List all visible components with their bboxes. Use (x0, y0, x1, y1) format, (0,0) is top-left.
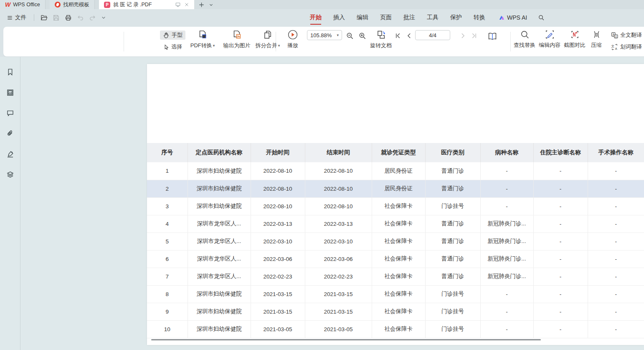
word-translate-button[interactable]: 文A 划词翻译 ▾ (608, 42, 644, 51)
last-page-button[interactable] (470, 31, 479, 40)
col-header-disease-name: 病种名称 (480, 143, 533, 162)
edit-content-button[interactable]: 编辑内容 (538, 29, 561, 49)
table-cell: - (480, 285, 533, 303)
zoom-level-select[interactable]: 105.88% ▾ (307, 30, 342, 40)
attachments-panel-icon[interactable] (5, 128, 15, 139)
table-cell: 2 (147, 180, 188, 197)
zoom-in-button[interactable] (357, 31, 367, 41)
table-cell: - (588, 303, 644, 320)
full-text-translate-button[interactable]: A文 全文翻译 (608, 31, 644, 40)
menu-tab-convert[interactable]: 转换 (471, 12, 488, 23)
tab-wps-office[interactable]: W WPS Office (0, 0, 46, 9)
tab-list-chevron-icon[interactable] (209, 3, 213, 7)
full-text-translate-icon: A文 (611, 32, 618, 39)
table-cell: 2022-03-13 (305, 215, 372, 232)
col-header-end-time: 结束时间 (305, 143, 372, 162)
select-tool-button[interactable]: 选择 (160, 42, 185, 51)
table-cell: 2022-02-23 (305, 268, 372, 285)
screenshot-compare-button[interactable]: 截图对比 (563, 29, 586, 49)
open-file-icon[interactable] (39, 13, 49, 23)
split-merge-button[interactable]: 拆分合并▾ (251, 29, 284, 49)
compress-icon (591, 29, 602, 40)
col-header-index: 序号 (147, 143, 188, 162)
table-cell: 居民身份证 (372, 162, 425, 180)
table-cell: 2021-03-05 (305, 320, 372, 338)
bookmarks-panel-icon[interactable] (5, 67, 15, 77)
compress-button[interactable]: 压缩 (587, 29, 606, 49)
rotate-document-label: 旋转文档 (370, 42, 392, 49)
read-mode-book-icon[interactable] (486, 30, 499, 43)
comments-panel-icon[interactable] (5, 108, 15, 118)
tab-docer-templates[interactable]: 找稻壳模板 (50, 0, 95, 9)
edit-content-icon (545, 29, 555, 40)
hand-icon (163, 32, 170, 38)
table-row: 3深圳市妇幼保健院2022-08-102022-08-10社会保障卡门诊挂号--… (147, 197, 644, 215)
menu-tab-edit[interactable]: 编辑 (354, 12, 371, 23)
file-menu-button[interactable]: 文件 (4, 13, 29, 23)
save-icon[interactable] (51, 13, 61, 23)
find-replace-button[interactable]: 查找替换 (513, 29, 536, 49)
horizontal-scrollbar-thumb[interactable] (151, 339, 541, 340)
layers-panel-icon[interactable] (5, 169, 15, 180)
next-page-button[interactable] (459, 31, 467, 40)
table-row: 5深圳市龙华区人...2022-03-102022-03-10社会保障卡普通门诊… (147, 232, 644, 250)
previous-page-button[interactable] (405, 31, 413, 40)
undo-icon[interactable] (76, 13, 85, 23)
menu-tab-protect[interactable]: 保护 (447, 12, 465, 23)
table-row: 1深圳市妇幼保健院2022-08-102022-08-10居民身份证普通门诊--… (147, 162, 644, 180)
ribbon-toolbar: 手型 选择 W PDF转换▾ 输出为图片 拆分合并▾ 播放 105.88% ▾ … (3, 27, 644, 56)
tab-medical-record-pdf[interactable]: P 就 医 记 录 .PDF (99, 0, 194, 9)
zoom-out-button[interactable] (345, 31, 355, 41)
more-actions-chevron-icon[interactable] (100, 14, 107, 21)
hand-tool-button[interactable]: 手型 (160, 31, 185, 40)
table-cell: 2022-03-10 (305, 232, 372, 250)
menu-bar: 文件 开始 插入 编辑 页面 批注 工具 保护 转换 WPS AI (0, 9, 644, 26)
table-cell: 深圳市妇幼保健院 (188, 197, 251, 215)
menu-tab-comment[interactable]: 批注 (401, 12, 418, 23)
menu-tab-tools[interactable]: 工具 (424, 12, 441, 23)
table-cell: - (588, 232, 644, 250)
cursor-icon (163, 44, 169, 50)
divider (34, 14, 34, 21)
table-cell: 社会保障卡 (372, 232, 425, 250)
close-tab-icon[interactable] (184, 2, 189, 7)
first-page-button[interactable] (393, 31, 402, 40)
table-cell: 2021-03-15 (305, 303, 372, 320)
table-cell: - (588, 197, 644, 215)
table-cell: - (533, 215, 588, 232)
wps-ai-button[interactable]: WPS AI (498, 14, 527, 21)
menu-tab-home[interactable]: 开始 (307, 12, 325, 23)
table-cell: 社会保障卡 (372, 215, 425, 232)
print-icon[interactable] (63, 13, 73, 23)
menu-tab-page[interactable]: 页面 (377, 12, 395, 23)
page-number-input[interactable] (415, 30, 450, 40)
table-cell: 2022-08-10 (305, 197, 372, 215)
find-replace-icon (520, 29, 530, 40)
monitor-icon[interactable] (175, 2, 181, 8)
table-cell: 普通门诊 (425, 268, 480, 285)
table-cell: 普通门诊 (425, 180, 480, 197)
table-header-row: 序号 定点医药机构名称 开始时间 结束时间 就诊凭证类型 医疗类别 病种名称 住… (147, 143, 644, 162)
wps-logo-icon: W (5, 1, 10, 8)
left-sidebar (0, 57, 20, 350)
pdf-convert-icon: W (197, 29, 208, 40)
menu-search-icon[interactable] (538, 14, 545, 21)
find-replace-label: 查找替换 (514, 41, 535, 49)
rotate-document-button[interactable]: 旋转文档 (368, 29, 394, 49)
rotate-document-icon (375, 29, 386, 40)
play-button[interactable]: 播放 (282, 29, 303, 49)
thumbnails-panel-icon[interactable] (5, 87, 15, 98)
table-cell: 社会保障卡 (372, 320, 425, 338)
table-cell: - (533, 197, 588, 215)
pdf-convert-button[interactable]: W PDF转换▾ (186, 29, 219, 49)
window-tab-bar: W WPS Office 找稻壳模板 P 就 医 记 录 .PDF (0, 0, 644, 9)
new-tab-button[interactable] (198, 2, 205, 8)
export-as-image-button[interactable]: 输出为图片 (220, 29, 254, 49)
table-cell: 门诊挂号 (425, 303, 480, 320)
divider (510, 32, 511, 51)
table-cell: 8 (147, 285, 188, 303)
menu-tab-insert[interactable]: 插入 (330, 12, 348, 23)
signature-panel-icon[interactable] (5, 149, 15, 159)
redo-icon[interactable] (88, 13, 97, 23)
col-header-main-diagnosis: 住院主诊断名称 (533, 143, 588, 162)
